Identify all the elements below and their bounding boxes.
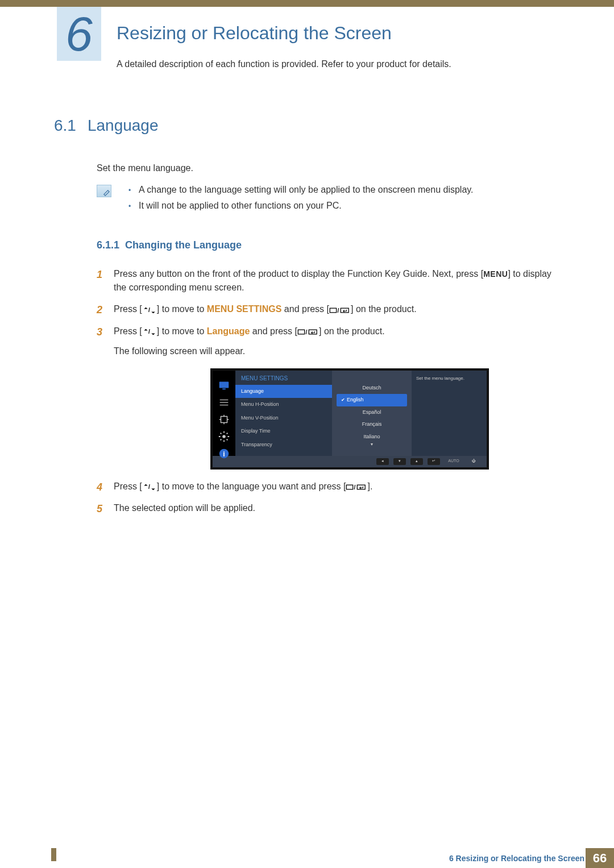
step-3: 3 Press [/] to move to Language and pres… xyxy=(97,325,563,470)
svg-rect-18 xyxy=(347,485,353,489)
osd-sidebar: i xyxy=(213,371,235,456)
osd-back-icon: ◂ xyxy=(376,458,389,465)
osd-left-item-transparency: Transparency xyxy=(235,438,332,452)
step-2: 2 Press [/] to move to MENU SETTINGS and… xyxy=(97,302,563,317)
note-pencil-icon xyxy=(97,185,111,197)
chapter-tab: 6 xyxy=(57,7,101,61)
osd-hint-panel: Set the menu language. xyxy=(412,371,487,456)
note-item-2: It will not be applied to other function… xyxy=(128,201,474,211)
svg-text:/: / xyxy=(148,307,150,313)
svg-rect-7 xyxy=(309,330,317,334)
note-block: A change to the language setting will on… xyxy=(97,185,563,217)
svg-text:/: / xyxy=(338,307,339,313)
page-footer: 6 Resizing or Relocating the Screen 66 xyxy=(51,848,614,868)
chapter-title: Resizing or Relocating the Screen xyxy=(117,23,392,44)
osd-bottom-bar: ◂ ▾ ▴ ↵ AUTO ⏻ xyxy=(213,456,487,467)
osd-panel-title: MENU SETTINGS xyxy=(235,371,332,385)
monitor-icon xyxy=(218,380,230,391)
up-down-icon: / xyxy=(142,325,157,339)
osd-up-icon: ▴ xyxy=(410,458,423,465)
note-item-1: A change to the language setting will on… xyxy=(128,185,474,195)
step-number: 1 xyxy=(97,267,102,283)
svg-rect-20 xyxy=(358,485,366,489)
rect-enter-icon: / xyxy=(346,480,367,493)
svg-text:/: / xyxy=(306,329,308,335)
svg-rect-11 xyxy=(220,402,229,403)
osd-left-item-language: Language xyxy=(235,385,332,398)
svg-rect-9 xyxy=(222,388,226,389)
osd-lang-francais: Français xyxy=(337,418,407,431)
section-title: Language xyxy=(88,117,159,134)
osd-left-item-vpos: Menu V-Position xyxy=(235,412,332,425)
menu-button-label: MENU xyxy=(483,269,508,279)
svg-rect-10 xyxy=(220,399,229,400)
step-4: 4 Press [/] to move to the language you … xyxy=(97,480,563,494)
svg-text:/: / xyxy=(148,484,150,490)
svg-rect-12 xyxy=(220,404,229,405)
svg-text:/: / xyxy=(354,484,356,491)
chapter-number: 6 xyxy=(65,6,93,62)
section-intro: Set the menu language. xyxy=(97,163,563,173)
svg-text:/: / xyxy=(148,329,150,335)
up-down-icon: / xyxy=(142,303,157,317)
subsection-number: 6.1.1 xyxy=(97,239,119,251)
svg-text:i: i xyxy=(223,450,225,458)
osd-power-icon: ⏻ xyxy=(467,458,480,465)
resize-icon xyxy=(218,414,230,425)
step-number: 5 xyxy=(97,501,102,517)
osd-enter-icon: ↵ xyxy=(428,458,440,465)
note-list: A change to the language setting will on… xyxy=(128,185,474,217)
keyword-menu-settings: MENU SETTINGS xyxy=(207,304,282,314)
scroll-down-icon: ▼ xyxy=(332,442,412,448)
svg-rect-1 xyxy=(330,308,336,313)
svg-rect-3 xyxy=(341,308,349,313)
step-3-followup: The following screen will appear. xyxy=(114,344,563,358)
osd-lang-espanol: Español xyxy=(337,406,407,419)
section-6-1-heading: 6.1Language xyxy=(54,117,563,135)
svg-rect-5 xyxy=(298,330,304,334)
gear-icon xyxy=(218,431,230,442)
osd-mid-panel: Deutsch English Español Français Italian… xyxy=(332,371,412,456)
footer-accent xyxy=(51,848,56,861)
osd-down-icon: ▾ xyxy=(393,458,406,465)
rect-enter-icon: / xyxy=(297,325,319,339)
subsection-title: Changing the Language xyxy=(125,239,242,251)
svg-rect-8 xyxy=(219,381,229,388)
osd-left-item-display-time: Display Time xyxy=(235,425,332,438)
rect-enter-icon: / xyxy=(329,303,351,317)
osd-lang-deutsch: Deutsch xyxy=(337,382,407,394)
step-5: 5 The selected option will be applied. xyxy=(97,501,563,515)
footer-page-number: 66 xyxy=(586,848,614,868)
svg-point-14 xyxy=(222,435,226,438)
steps-list: 1 Press any button on the front of the p… xyxy=(97,267,563,515)
osd-lang-italiano: Italiano xyxy=(337,431,407,443)
osd-screenshot: i MENU SETTINGS Language Menu H-Position… xyxy=(210,368,489,470)
step-number: 3 xyxy=(97,325,102,340)
step-1: 1 Press any button on the front of the p… xyxy=(97,267,563,294)
section-number: 6.1 xyxy=(54,117,76,134)
keyword-language: Language xyxy=(207,326,250,336)
svg-rect-13 xyxy=(221,416,227,422)
footer-chapter-ref: 6 Resizing or Relocating the Screen xyxy=(449,854,584,863)
step-number: 4 xyxy=(97,480,102,495)
chapter-description: A detailed description of each function … xyxy=(117,59,451,69)
osd-auto-label: AUTO xyxy=(445,458,463,465)
info-icon: i xyxy=(218,448,230,459)
subsection-6-1-1-heading: 6.1.1 Changing the Language xyxy=(97,239,563,251)
step-number: 2 xyxy=(97,302,102,318)
up-down-icon: / xyxy=(142,480,157,493)
osd-left-panel: MENU SETTINGS Language Menu H-Position M… xyxy=(235,371,332,456)
osd-lang-english: English xyxy=(337,394,407,406)
osd-left-item-hpos: Menu H-Position xyxy=(235,398,332,412)
list-icon xyxy=(218,397,230,408)
